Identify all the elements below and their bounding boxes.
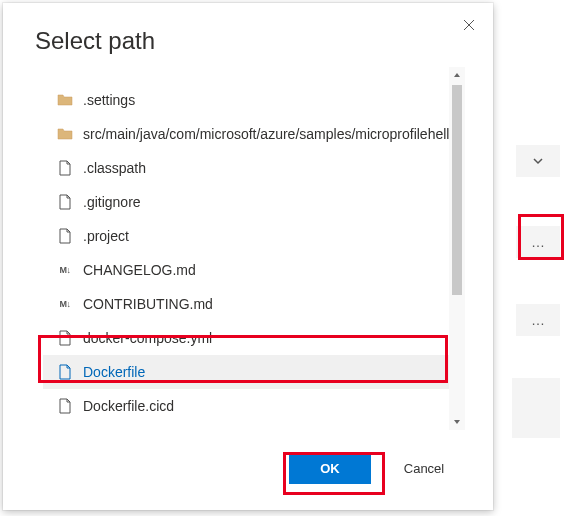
dialog-title: Select path (35, 27, 461, 55)
file-icon (57, 228, 73, 244)
bg-browse-button-1[interactable]: … (516, 226, 560, 258)
blank-icon (57, 67, 73, 83)
folder-icon (57, 92, 73, 108)
file-icon (57, 160, 73, 176)
file-label: CHANGELOG.md (83, 262, 196, 278)
file-label: CONTRIBUTING.md (83, 296, 213, 312)
file-label: Dockerfile.cicd (83, 398, 174, 414)
file-label: .project (83, 228, 129, 244)
file-row[interactable]: M↓CHANGELOG.md (43, 253, 465, 287)
cancel-button[interactable]: Cancel (383, 452, 465, 484)
file-icon (57, 398, 73, 414)
close-icon (463, 19, 475, 31)
file-row[interactable]: .classpath (43, 151, 465, 185)
file-row[interactable]: M↓CONTRIBUTING.md (43, 287, 465, 321)
file-icon (57, 194, 73, 210)
md-icon: M↓ (57, 296, 73, 312)
scrollbar[interactable] (449, 67, 465, 430)
scroll-thumb[interactable] (452, 85, 462, 295)
select-path-dialog: Select path .settingssrc/main/java/com/m… (3, 3, 493, 510)
file-label: Dockerfile (83, 364, 145, 380)
scroll-down-arrow[interactable] (449, 414, 465, 430)
file-row[interactable] (43, 67, 465, 83)
dialog-footer: OK Cancel (3, 430, 493, 510)
md-icon: M↓ (57, 262, 73, 278)
bg-dropdown-chevron (516, 145, 560, 177)
bg-browse-button-2[interactable]: … (516, 304, 560, 336)
file-row[interactable]: .gitignore (43, 185, 465, 219)
file-row[interactable]: Dockerfile (43, 355, 465, 389)
folder-icon (57, 126, 73, 142)
ellipsis-icon: … (531, 234, 545, 250)
file-icon (57, 364, 73, 380)
file-label: src/main/java/com/microsoft/azure/sample… (83, 126, 465, 142)
file-row[interactable]: .settings (43, 83, 465, 117)
scroll-up-arrow[interactable] (449, 67, 465, 83)
file-label: .classpath (83, 160, 146, 176)
file-row[interactable]: .project (43, 219, 465, 253)
file-tree[interactable]: .settingssrc/main/java/com/microsoft/azu… (43, 67, 465, 430)
close-button[interactable] (457, 13, 481, 37)
file-label: .gitignore (83, 194, 141, 210)
dialog-header: Select path (3, 3, 493, 67)
ok-button[interactable]: OK (289, 452, 371, 484)
file-row[interactable]: src/main/java/com/microsoft/azure/sample… (43, 117, 465, 151)
bg-textarea (512, 378, 560, 438)
file-label: docker-compose.yml (83, 330, 212, 346)
file-row[interactable]: M↓LICENSE.md (43, 423, 465, 430)
file-row[interactable]: docker-compose.yml (43, 321, 465, 355)
file-row[interactable]: Dockerfile.cicd (43, 389, 465, 423)
file-icon (57, 330, 73, 346)
file-label: .settings (83, 92, 135, 108)
ellipsis-icon: … (531, 312, 545, 328)
